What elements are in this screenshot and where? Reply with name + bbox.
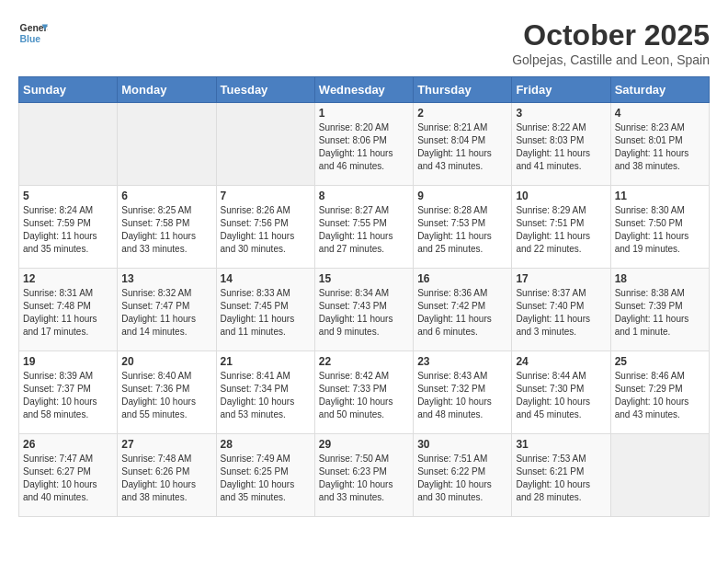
calendar-week-5: 26Sunrise: 7:47 AM Sunset: 6:27 PM Dayli… <box>19 434 710 517</box>
day-info: Sunrise: 8:23 AM Sunset: 8:01 PM Dayligh… <box>615 121 705 173</box>
day-info: Sunrise: 7:51 AM Sunset: 6:22 PM Dayligh… <box>417 453 507 504</box>
calendar-cell: 6Sunrise: 8:25 AM Sunset: 7:58 PM Daylig… <box>118 186 216 269</box>
day-number: 20 <box>121 355 211 368</box>
calendar-week-2: 5Sunrise: 8:24 AM Sunset: 7:59 PM Daylig… <box>19 186 710 269</box>
calendar-cell: 26Sunrise: 7:47 AM Sunset: 6:27 PM Dayli… <box>19 434 118 517</box>
day-info: Sunrise: 7:47 AM Sunset: 6:27 PM Dayligh… <box>23 453 113 504</box>
header-cell-thursday: Thursday <box>414 77 512 103</box>
day-number: 7 <box>221 190 311 202</box>
day-info: Sunrise: 8:27 AM Sunset: 7:55 PM Dayligh… <box>319 204 409 256</box>
header-cell-saturday: Saturday <box>610 77 709 103</box>
day-info: Sunrise: 8:36 AM Sunset: 7:42 PM Dayligh… <box>417 287 507 339</box>
calendar-cell: 17Sunrise: 8:37 AM Sunset: 7:40 PM Dayli… <box>512 269 610 351</box>
day-info: Sunrise: 8:38 AM Sunset: 7:39 PM Dayligh… <box>615 287 705 339</box>
day-number: 22 <box>319 355 409 368</box>
day-number: 9 <box>417 190 507 202</box>
header-cell-friday: Friday <box>512 77 610 103</box>
calendar-cell: 12Sunrise: 8:31 AM Sunset: 7:48 PM Dayli… <box>19 269 118 351</box>
calendar-week-3: 12Sunrise: 8:31 AM Sunset: 7:48 PM Dayli… <box>19 269 710 351</box>
header-cell-sunday: Sunday <box>19 77 118 103</box>
day-info: Sunrise: 8:32 AM Sunset: 7:47 PM Dayligh… <box>121 287 211 339</box>
day-number: 17 <box>516 272 606 285</box>
logo-icon: General Blue <box>18 18 48 48</box>
day-info: Sunrise: 8:20 AM Sunset: 8:06 PM Dayligh… <box>319 121 409 173</box>
day-number: 10 <box>516 190 606 202</box>
day-number: 21 <box>221 355 311 368</box>
calendar-cell: 3Sunrise: 8:22 AM Sunset: 8:03 PM Daylig… <box>512 103 610 186</box>
svg-text:Blue: Blue <box>20 34 41 44</box>
day-number: 4 <box>615 107 705 120</box>
calendar-cell: 7Sunrise: 8:26 AM Sunset: 7:56 PM Daylig… <box>216 186 314 269</box>
day-info: Sunrise: 8:39 AM Sunset: 7:37 PM Dayligh… <box>23 370 113 421</box>
calendar-cell: 27Sunrise: 7:48 AM Sunset: 6:26 PM Dayli… <box>118 434 216 517</box>
day-number: 12 <box>23 272 113 285</box>
calendar-cell: 19Sunrise: 8:39 AM Sunset: 7:37 PM Dayli… <box>19 351 118 434</box>
calendar-cell: 8Sunrise: 8:27 AM Sunset: 7:55 PM Daylig… <box>314 186 413 269</box>
day-info: Sunrise: 8:21 AM Sunset: 8:04 PM Dayligh… <box>417 121 507 173</box>
day-number: 23 <box>417 355 507 368</box>
calendar-cell: 10Sunrise: 8:29 AM Sunset: 7:51 PM Dayli… <box>512 186 610 269</box>
day-info: Sunrise: 7:49 AM Sunset: 6:25 PM Dayligh… <box>221 453 311 504</box>
calendar-cell: 11Sunrise: 8:30 AM Sunset: 7:50 PM Dayli… <box>610 186 709 269</box>
calendar-cell: 13Sunrise: 8:32 AM Sunset: 7:47 PM Dayli… <box>118 269 216 351</box>
day-number: 14 <box>221 272 311 285</box>
calendar-cell: 29Sunrise: 7:50 AM Sunset: 6:23 PM Dayli… <box>314 434 413 517</box>
day-number: 25 <box>615 355 705 368</box>
day-number: 6 <box>121 190 211 202</box>
month-title: October 2025 <box>512 18 710 52</box>
day-info: Sunrise: 8:41 AM Sunset: 7:34 PM Dayligh… <box>221 370 311 421</box>
calendar-cell: 31Sunrise: 7:53 AM Sunset: 6:21 PM Dayli… <box>512 434 610 517</box>
day-info: Sunrise: 8:40 AM Sunset: 7:36 PM Dayligh… <box>121 370 211 421</box>
day-number: 13 <box>121 272 211 285</box>
calendar-cell: 23Sunrise: 8:43 AM Sunset: 7:32 PM Dayli… <box>414 351 512 434</box>
day-number: 19 <box>23 355 113 368</box>
day-info: Sunrise: 8:42 AM Sunset: 7:33 PM Dayligh… <box>319 370 409 421</box>
calendar-cell: 4Sunrise: 8:23 AM Sunset: 8:01 PM Daylig… <box>610 103 709 186</box>
calendar-header: SundayMondayTuesdayWednesdayThursdayFrid… <box>19 77 710 103</box>
calendar-cell: 5Sunrise: 8:24 AM Sunset: 7:59 PM Daylig… <box>19 186 118 269</box>
day-info: Sunrise: 8:22 AM Sunset: 8:03 PM Dayligh… <box>516 121 606 173</box>
calendar-cell <box>216 103 314 186</box>
day-info: Sunrise: 8:24 AM Sunset: 7:59 PM Dayligh… <box>23 204 113 256</box>
day-number: 28 <box>221 438 311 451</box>
header-cell-monday: Monday <box>118 77 216 103</box>
day-number: 3 <box>516 107 606 120</box>
logo: General Blue <box>18 18 48 48</box>
calendar-cell: 18Sunrise: 8:38 AM Sunset: 7:39 PM Dayli… <box>610 269 709 351</box>
calendar-cell: 2Sunrise: 8:21 AM Sunset: 8:04 PM Daylig… <box>414 103 512 186</box>
calendar-cell: 28Sunrise: 7:49 AM Sunset: 6:25 PM Dayli… <box>216 434 314 517</box>
location-subtitle: Golpejas, Castille and Leon, Spain <box>512 52 710 67</box>
day-info: Sunrise: 8:43 AM Sunset: 7:32 PM Dayligh… <box>417 370 507 421</box>
calendar-cell: 20Sunrise: 8:40 AM Sunset: 7:36 PM Dayli… <box>118 351 216 434</box>
header-cell-tuesday: Tuesday <box>216 77 314 103</box>
day-info: Sunrise: 8:44 AM Sunset: 7:30 PM Dayligh… <box>516 370 606 421</box>
calendar-cell <box>118 103 216 186</box>
calendar-cell: 16Sunrise: 8:36 AM Sunset: 7:42 PM Dayli… <box>414 269 512 351</box>
day-number: 27 <box>121 438 211 451</box>
calendar-cell: 22Sunrise: 8:42 AM Sunset: 7:33 PM Dayli… <box>314 351 413 434</box>
day-number: 24 <box>516 355 606 368</box>
calendar-cell <box>610 434 709 517</box>
day-number: 2 <box>417 107 507 120</box>
page-header: General Blue October 2025 Golpejas, Cast… <box>18 18 710 67</box>
day-number: 5 <box>23 190 113 202</box>
day-info: Sunrise: 8:33 AM Sunset: 7:45 PM Dayligh… <box>221 287 311 339</box>
header-cell-wednesday: Wednesday <box>314 77 413 103</box>
day-info: Sunrise: 8:34 AM Sunset: 7:43 PM Dayligh… <box>319 287 409 339</box>
calendar-table: SundayMondayTuesdayWednesdayThursdayFrid… <box>18 76 710 517</box>
calendar-week-1: 1Sunrise: 8:20 AM Sunset: 8:06 PM Daylig… <box>19 103 710 186</box>
day-number: 1 <box>319 107 409 120</box>
day-info: Sunrise: 7:50 AM Sunset: 6:23 PM Dayligh… <box>319 453 409 504</box>
calendar-cell: 14Sunrise: 8:33 AM Sunset: 7:45 PM Dayli… <box>216 269 314 351</box>
calendar-cell: 30Sunrise: 7:51 AM Sunset: 6:22 PM Dayli… <box>414 434 512 517</box>
calendar-cell: 25Sunrise: 8:46 AM Sunset: 7:29 PM Dayli… <box>610 351 709 434</box>
day-number: 16 <box>417 272 507 285</box>
header-row: SundayMondayTuesdayWednesdayThursdayFrid… <box>19 77 710 103</box>
calendar-cell <box>19 103 118 186</box>
day-info: Sunrise: 8:28 AM Sunset: 7:53 PM Dayligh… <box>417 204 507 256</box>
day-number: 29 <box>319 438 409 451</box>
day-number: 8 <box>319 190 409 202</box>
day-info: Sunrise: 8:31 AM Sunset: 7:48 PM Dayligh… <box>23 287 113 339</box>
day-info: Sunrise: 8:25 AM Sunset: 7:58 PM Dayligh… <box>121 204 211 256</box>
day-info: Sunrise: 7:53 AM Sunset: 6:21 PM Dayligh… <box>516 453 606 504</box>
